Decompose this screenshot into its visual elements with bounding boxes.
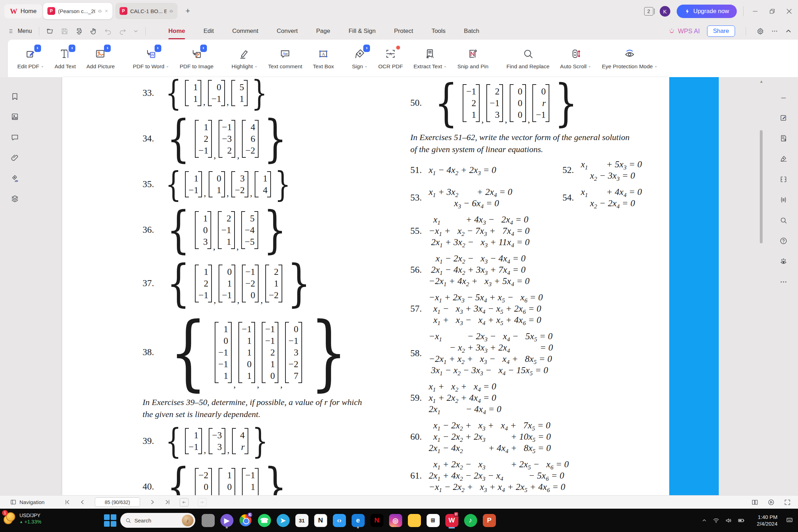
- sign-tool-icon[interactable]: [780, 155, 787, 163]
- next-page-button[interactable]: [149, 499, 155, 505]
- app-instagram[interactable]: ◎: [388, 512, 403, 529]
- help-icon[interactable]: [780, 237, 787, 245]
- app-powerpoint[interactable]: P: [481, 512, 497, 529]
- layers-icon[interactable]: [11, 195, 19, 203]
- scrollbar-thumb[interactable]: [760, 130, 763, 243]
- document-tab-pearson[interactable]: P (Pearson c..._2014) (1): [43, 3, 112, 19]
- collapse-toolbar-icon[interactable]: [785, 28, 792, 34]
- redo-icon[interactable]: [119, 28, 126, 35]
- wps-ai-button[interactable]: WPS AI: [668, 28, 700, 35]
- snip-and-pin-button[interactable]: Snip and Pin: [452, 47, 494, 70]
- side-by-side-icon[interactable]: [780, 175, 787, 183]
- two-page-view-icon[interactable]: [751, 499, 758, 506]
- hidden-icons-chevron[interactable]: [701, 517, 707, 523]
- page-number-field[interactable]: 85 (90/632): [95, 497, 140, 507]
- last-page-button[interactable]: [164, 499, 170, 505]
- eye-care-icon[interactable]: [780, 258, 787, 265]
- ocr-pdf-button[interactable]: A OCR PDF: [373, 47, 408, 70]
- view-back-button[interactable]: [180, 498, 189, 507]
- share-button[interactable]: Share: [707, 25, 735, 37]
- find-and-replace-button[interactable]: Find and Replace: [501, 47, 555, 70]
- touch-keyboard-icon[interactable]: [786, 516, 793, 524]
- scroll-up-arrow[interactable]: ▲: [759, 79, 763, 83]
- close-tab-icon[interactable]: [105, 8, 108, 13]
- eye-protection-mode-button[interactable]: Eye Protection Mode⌄: [597, 47, 663, 70]
- clock[interactable]: 1:40 PM 2/4/2024: [757, 514, 777, 527]
- menu-tab-tools[interactable]: Tools: [431, 26, 446, 36]
- full-screen-icon[interactable]: [784, 499, 791, 506]
- search-icon[interactable]: [780, 216, 787, 224]
- main-menu-button[interactable]: Menu: [8, 28, 32, 34]
- attachment-icon[interactable]: [11, 154, 19, 162]
- vertical-scrollbar[interactable]: ▲: [759, 77, 763, 495]
- app-calendar[interactable]: 31: [294, 512, 310, 529]
- first-page-button[interactable]: [64, 499, 70, 505]
- upgrade-now-button[interactable]: Upgrade now: [677, 5, 737, 18]
- pdf-to-word-button[interactable]: W PDF to Word⌄: [127, 47, 174, 70]
- edit-pdf-button[interactable]: Edit PDF⌄: [12, 47, 49, 70]
- restore-button[interactable]: [767, 6, 777, 17]
- app-edge[interactable]: e: [350, 512, 366, 529]
- bookmark-icon[interactable]: [11, 92, 19, 101]
- minimize-button[interactable]: [750, 6, 761, 17]
- menu-tab-protect[interactable]: Protect: [393, 26, 414, 36]
- app-vscode[interactable]: ‹›: [331, 512, 347, 529]
- menu-tab-comment[interactable]: Comment: [232, 26, 259, 36]
- window-count-badge[interactable]: 2: [644, 7, 653, 16]
- view-forward-button[interactable]: [198, 498, 207, 507]
- more-options-icon[interactable]: [780, 278, 787, 286]
- app-netflix[interactable]: N: [369, 512, 384, 529]
- menu-tab-edit[interactable]: Edit: [203, 26, 214, 36]
- volume-icon[interactable]: [725, 517, 732, 524]
- home-tab[interactable]: W Home: [4, 4, 42, 18]
- start-button[interactable]: [104, 514, 116, 527]
- app-chrome[interactable]: K: [238, 512, 253, 529]
- print-icon[interactable]: [75, 28, 83, 35]
- app-whatsapp[interactable]: ☎: [256, 512, 272, 529]
- wifi-icon[interactable]: [713, 517, 719, 524]
- edit-note-icon[interactable]: [780, 114, 787, 122]
- text-comment-button[interactable]: A Text comment: [263, 47, 307, 70]
- app-folder[interactable]: [406, 512, 422, 529]
- weather-finance-widget[interactable]: 1 USD/JPY +1.33%: [4, 511, 41, 526]
- app-app-window[interactable]: [200, 512, 216, 529]
- play-slideshow-icon[interactable]: [768, 499, 775, 506]
- auto-scroll-button[interactable]: Auto Scroll⌄: [555, 47, 596, 70]
- pdf-page[interactable]: 33.{11,0−1,51}34.{12−1,−1−32,46−2}35.{1−…: [62, 77, 669, 495]
- open-file-icon[interactable]: [46, 28, 54, 35]
- menu-tab-fill-sign[interactable]: Fill & Sign: [348, 26, 376, 36]
- menu-tab-batch[interactable]: Batch: [463, 26, 480, 36]
- navigation-toggle[interactable]: Navigation: [10, 499, 45, 505]
- app-clipchamp[interactable]: ▶: [219, 512, 235, 529]
- compress-icon[interactable]: [780, 196, 787, 204]
- thumbnails-icon[interactable]: [11, 112, 19, 121]
- app-notion[interactable]: N: [313, 512, 328, 529]
- hand-tool-icon[interactable]: [90, 28, 97, 35]
- document-tab-calc[interactable]: P CALC-1 BO... EDITION): [115, 3, 178, 19]
- gear-icon[interactable]: [757, 28, 764, 35]
- taskbar-search[interactable]: Search ♪: [120, 513, 195, 528]
- highlight-button[interactable]: Highlight⌄: [226, 47, 263, 70]
- menu-tab-convert[interactable]: Convert: [276, 26, 299, 36]
- extract-text-button[interactable]: A Extract Text⌄: [408, 47, 452, 70]
- add-text-button[interactable]: Add Text: [49, 47, 81, 70]
- chevron-down-icon[interactable]: [133, 29, 138, 34]
- new-tab-button[interactable]: +: [183, 6, 193, 16]
- app-wps[interactable]: WP: [444, 512, 459, 529]
- undo-icon[interactable]: [104, 28, 112, 35]
- close-button[interactable]: [784, 6, 794, 17]
- collapse-rail-icon[interactable]: [780, 94, 787, 102]
- more-icon[interactable]: [771, 28, 778, 35]
- previous-page-button[interactable]: [80, 499, 86, 505]
- signature-panel-icon[interactable]: [11, 174, 19, 183]
- export-doc-icon[interactable]: [780, 134, 787, 142]
- menu-tab-page[interactable]: Page: [316, 26, 331, 36]
- menu-tab-home[interactable]: Home: [168, 26, 186, 36]
- comments-panel-icon[interactable]: [11, 133, 19, 141]
- app-spotify[interactable]: ♪: [463, 512, 478, 529]
- app-telegram[interactable]: ➤: [275, 512, 291, 529]
- add-picture-button[interactable]: Add Picture: [81, 47, 120, 70]
- user-avatar[interactable]: K: [660, 6, 670, 17]
- pdf-to-image-button[interactable]: PDF to Image: [174, 47, 219, 70]
- battery-icon[interactable]: [738, 517, 745, 524]
